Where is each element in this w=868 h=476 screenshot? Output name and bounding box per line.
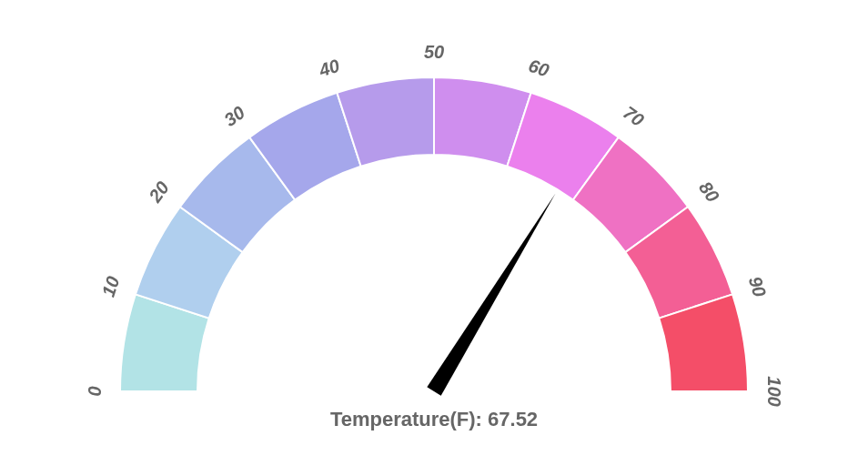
gauge-arc bbox=[120, 77, 748, 391]
gauge-tick-label: 100 bbox=[763, 376, 784, 406]
gauge-tick-label: 0 bbox=[85, 386, 106, 396]
gauge-needle bbox=[427, 194, 555, 396]
gauge-tick-label: 50 bbox=[424, 42, 444, 63]
gauge-chart: 0102030405060708090100 Temperature(F): 6… bbox=[0, 0, 868, 476]
gauge-needle-shape bbox=[427, 194, 555, 396]
gauge-value-label: Temperature(F): 67.52 bbox=[330, 408, 538, 431]
gauge-svg bbox=[0, 0, 868, 476]
